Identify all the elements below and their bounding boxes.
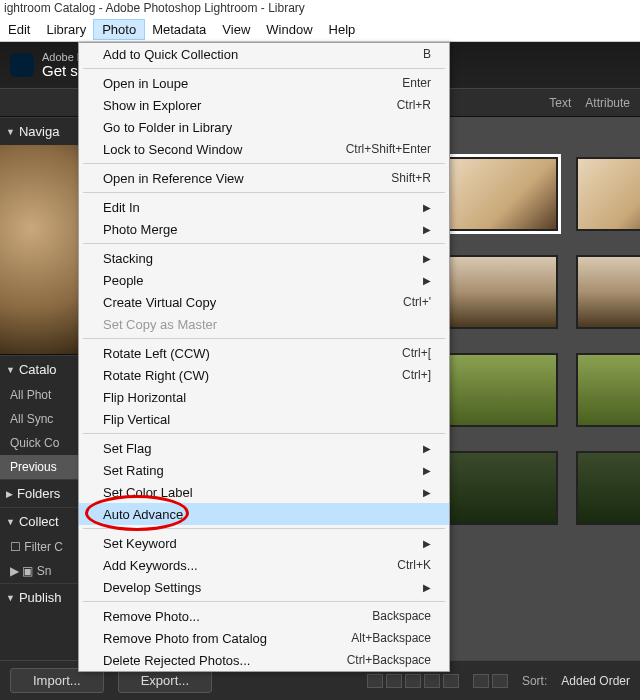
catalog-item[interactable]: Quick Co	[0, 431, 78, 455]
menu-item-label: Open in Loupe	[103, 76, 188, 91]
thumbnail[interactable]	[576, 353, 640, 427]
menu-separator	[83, 163, 445, 164]
filter-collections-label: Filter C	[24, 540, 63, 554]
menu-item-label: Stacking	[103, 251, 153, 266]
thumbnail[interactable]	[576, 451, 640, 525]
menu-library[interactable]: Library	[38, 20, 94, 39]
grid-cell[interactable]: 9	[576, 255, 640, 329]
collections-label: Collect	[19, 514, 59, 529]
grid-cell[interactable]	[448, 255, 558, 329]
grid-cell[interactable]	[448, 157, 558, 231]
menu-photo[interactable]: Photo	[94, 20, 144, 39]
sort-direction-icons[interactable]	[473, 674, 508, 688]
publish-section[interactable]: ▼Publish	[0, 583, 78, 611]
view-mode-icons[interactable]	[367, 674, 459, 688]
menu-item-set-keyword[interactable]: Set Keyword▶	[79, 532, 449, 554]
grid-cell[interactable]: 21	[576, 451, 640, 525]
loupe-view-icon[interactable]	[386, 674, 402, 688]
menu-item-rotate-left-ccw[interactable]: Rotate Left (CCW)Ctrl+[	[79, 342, 449, 364]
menu-item-open-in-loupe[interactable]: Open in LoupeEnter	[79, 72, 449, 94]
compare-view-icon[interactable]	[405, 674, 421, 688]
menu-item-stacking[interactable]: Stacking▶	[79, 247, 449, 269]
navigator-section[interactable]: ▼Naviga	[0, 117, 78, 145]
grid-cell[interactable]	[448, 451, 558, 525]
thumbnail[interactable]	[448, 353, 558, 427]
menu-item-go-to-folder-in-library[interactable]: Go to Folder in Library	[79, 116, 449, 138]
catalog-item[interactable]: All Sync	[0, 407, 78, 431]
menu-separator	[83, 68, 445, 69]
grid-cell[interactable]: 3	[576, 157, 640, 231]
menu-item-set-copy-as-master: Set Copy as Master	[79, 313, 449, 335]
people-view-icon[interactable]	[443, 674, 459, 688]
catalog-label: Catalo	[19, 362, 57, 377]
menu-item-delete-rejected-photos[interactable]: Delete Rejected Photos...Ctrl+Backspace	[79, 649, 449, 671]
menu-item-label: Set Copy as Master	[103, 317, 217, 332]
menu-item-label: Delete Rejected Photos...	[103, 653, 250, 668]
sort-value[interactable]: Added Order	[561, 674, 630, 688]
menu-window[interactable]: Window	[258, 20, 320, 39]
filter-attribute[interactable]: Attribute	[585, 96, 630, 110]
menu-item-create-virtual-copy[interactable]: Create Virtual CopyCtrl+'	[79, 291, 449, 313]
menu-metadata[interactable]: Metadata	[144, 20, 214, 39]
menu-item-auto-advance[interactable]: Auto Advance	[79, 503, 449, 525]
navigator-preview[interactable]	[0, 145, 78, 355]
sort-desc-icon[interactable]	[492, 674, 508, 688]
menu-item-add-keywords[interactable]: Add Keywords...Ctrl+K	[79, 554, 449, 576]
menu-item-label: Set Color Label	[103, 485, 193, 500]
survey-view-icon[interactable]	[424, 674, 440, 688]
menu-item-open-in-reference-view[interactable]: Open in Reference ViewShift+R	[79, 167, 449, 189]
menu-item-show-in-explorer[interactable]: Show in ExplorerCtrl+R	[79, 94, 449, 116]
chevron-right-icon: ▶	[423, 275, 431, 286]
menu-edit[interactable]: Edit	[0, 20, 38, 39]
brand-line1: Adobe L	[42, 51, 83, 63]
menu-item-set-color-label[interactable]: Set Color Label▶	[79, 481, 449, 503]
grid-view-icon[interactable]	[367, 674, 383, 688]
menu-item-develop-settings[interactable]: Develop Settings▶	[79, 576, 449, 598]
menu-item-label: Lock to Second Window	[103, 142, 242, 157]
folders-section[interactable]: ▶Folders	[0, 479, 78, 507]
chevron-right-icon: ▶	[423, 443, 431, 454]
menu-separator	[83, 601, 445, 602]
menu-item-label: Remove Photo from Catalog	[103, 631, 267, 646]
menu-item-edit-in[interactable]: Edit In▶	[79, 196, 449, 218]
menu-help[interactable]: Help	[321, 20, 364, 39]
menu-item-lock-to-second-window[interactable]: Lock to Second WindowCtrl+Shift+Enter	[79, 138, 449, 160]
thumbnail[interactable]	[576, 255, 640, 329]
menu-item-add-to-quick-collection[interactable]: Add to Quick CollectionB	[79, 43, 449, 65]
menu-item-people[interactable]: People▶	[79, 269, 449, 291]
menu-item-photo-merge[interactable]: Photo Merge▶	[79, 218, 449, 240]
grid-cell[interactable]: 15	[576, 353, 640, 427]
menu-item-set-flag[interactable]: Set Flag▶	[79, 437, 449, 459]
menu-item-remove-photo[interactable]: Remove Photo...Backspace	[79, 605, 449, 627]
filter-text[interactable]: Text	[549, 96, 571, 110]
menu-separator	[83, 192, 445, 193]
menu-item-flip-horizontal[interactable]: Flip Horizontal	[79, 386, 449, 408]
menu-item-label: Photo Merge	[103, 222, 177, 237]
menu-item-label: Create Virtual Copy	[103, 295, 216, 310]
grid-cell[interactable]	[448, 353, 558, 427]
menu-item-label: Rotate Left (CCW)	[103, 346, 210, 361]
catalog-item[interactable]: All Phot	[0, 383, 78, 407]
chevron-down-icon: ▼	[6, 593, 15, 603]
collections-item[interactable]: ▶ ▣ Sn	[0, 559, 78, 583]
menu-item-remove-photo-from-catalog[interactable]: Remove Photo from CatalogAlt+Backspace	[79, 627, 449, 649]
menu-shortcut: Ctrl+[	[402, 346, 431, 360]
filter-collections[interactable]: ☐ Filter C	[0, 535, 78, 559]
menu-item-label: Remove Photo...	[103, 609, 200, 624]
menu-item-flip-vertical[interactable]: Flip Vertical	[79, 408, 449, 430]
window-title: ightroom Catalog - Adobe Photoshop Light…	[0, 0, 640, 18]
menu-separator	[83, 433, 445, 434]
thumbnail[interactable]	[576, 157, 640, 231]
thumbnail[interactable]	[448, 255, 558, 329]
menu-view[interactable]: View	[214, 20, 258, 39]
menu-shortcut: Ctrl+Backspace	[347, 653, 431, 667]
menu-item-rotate-right-cw[interactable]: Rotate Right (CW)Ctrl+]	[79, 364, 449, 386]
collections-section[interactable]: ▼Collect	[0, 507, 78, 535]
thumbnail[interactable]	[448, 451, 558, 525]
catalog-item-selected[interactable]: Previous	[0, 455, 78, 479]
sort-asc-icon[interactable]	[473, 674, 489, 688]
thumbnail[interactable]	[448, 157, 558, 231]
navigator-label: Naviga	[19, 124, 59, 139]
catalog-section[interactable]: ▼Catalo	[0, 355, 78, 383]
menu-item-set-rating[interactable]: Set Rating▶	[79, 459, 449, 481]
